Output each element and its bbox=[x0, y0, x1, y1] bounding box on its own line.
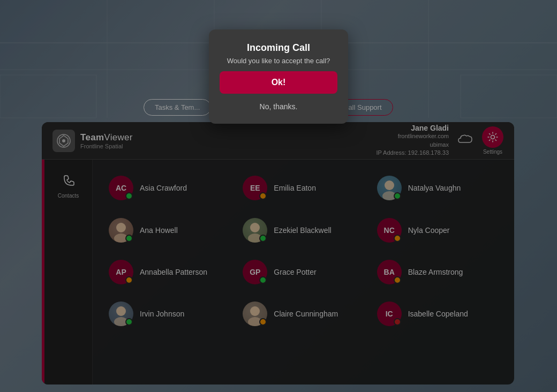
modal-subtitle: Would you like to accept the call? bbox=[227, 57, 330, 65]
incoming-call-modal: Incoming Call Would you like to accept t… bbox=[209, 29, 348, 124]
modal-title: Incoming Call bbox=[247, 42, 310, 54]
ok-button[interactable]: Ok! bbox=[220, 71, 337, 94]
modal-overlay: Incoming Call Would you like to accept t… bbox=[0, 0, 557, 392]
no-thanks-button[interactable]: No, thanks. bbox=[258, 100, 300, 113]
